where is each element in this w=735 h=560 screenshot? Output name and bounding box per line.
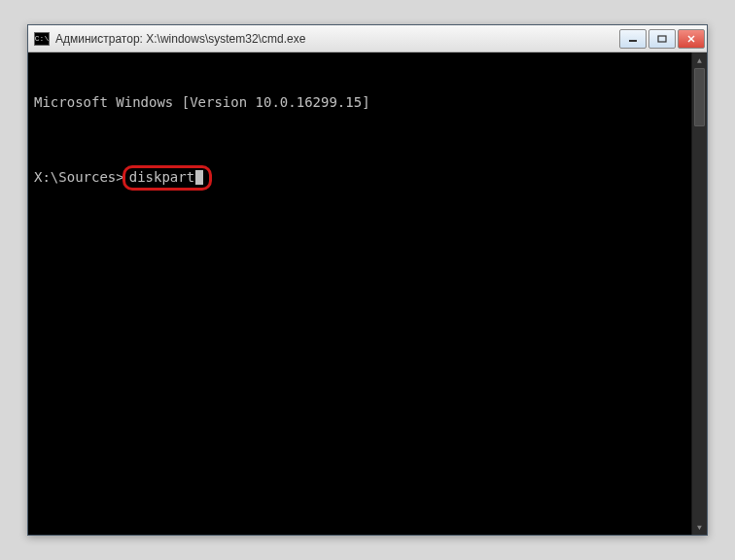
prompt-line: X:\Sources>diskpart [34,165,701,191]
command-text: diskpart [129,169,194,185]
text-cursor [195,170,203,185]
window-title: Администратор: X:\windows\system32\cmd.e… [55,32,619,46]
cmd-window: C:\ Администратор: X:\windows\system32\c… [27,24,708,536]
close-button[interactable] [678,29,705,49]
minimize-button[interactable] [619,29,647,49]
maximize-icon [657,35,667,43]
terminal-area[interactable]: Microsoft Windows [Version 10.0.16299.15… [28,52,707,535]
svg-rect-1 [658,36,666,42]
command-highlight: diskpart [122,165,212,191]
scroll-up-arrow[interactable]: ▲ [692,52,707,68]
scroll-down-arrow[interactable]: ▼ [692,519,707,535]
prompt-text: X:\Sources> [34,168,124,187]
svg-rect-0 [629,40,637,42]
close-icon [686,35,696,43]
vertical-scrollbar[interactable]: ▲ ▼ [691,52,707,535]
maximize-button[interactable] [648,29,676,49]
terminal-content: Microsoft Windows [Version 10.0.16299.15… [28,52,707,231]
scrollbar-thumb[interactable] [694,68,705,126]
window-controls [619,29,705,49]
cmd-icon-label: C:\ [35,34,49,43]
titlebar[interactable]: C:\ Администратор: X:\windows\system32\c… [28,25,707,52]
cmd-icon: C:\ [34,32,50,46]
version-line: Microsoft Windows [Version 10.0.16299.15… [34,93,701,112]
minimize-icon [628,35,638,43]
